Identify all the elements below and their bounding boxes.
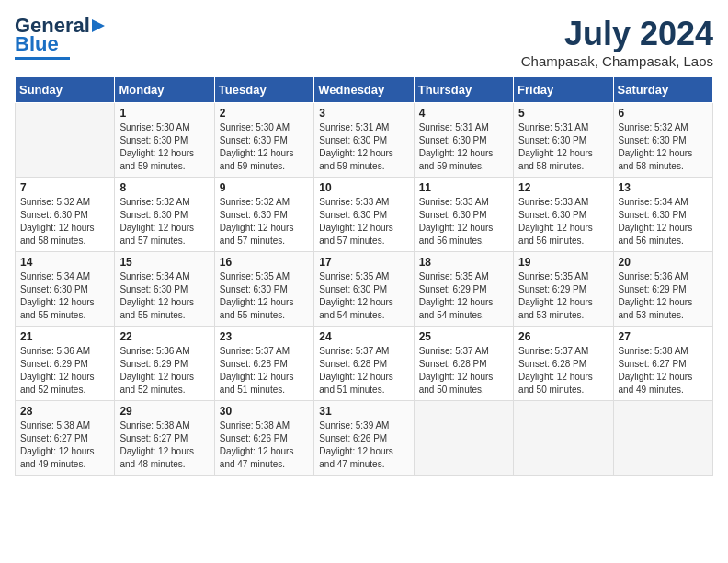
- logo-underline: [15, 57, 70, 60]
- calendar-cell: 17Sunrise: 5:35 AM Sunset: 6:30 PM Dayli…: [314, 252, 414, 327]
- day-number: 28: [20, 405, 109, 418]
- cell-info: Sunrise: 5:33 AM Sunset: 6:30 PM Dayligh…: [518, 196, 608, 247]
- calendar-week-row: 1Sunrise: 5:30 AM Sunset: 6:30 PM Daylig…: [16, 103, 713, 178]
- calendar-cell: 25Sunrise: 5:37 AM Sunset: 6:28 PM Dayli…: [414, 327, 513, 401]
- day-number: 13: [619, 181, 708, 194]
- day-number: 22: [119, 330, 209, 343]
- calendar-cell: 8Sunrise: 5:32 AM Sunset: 6:30 PM Daylig…: [115, 178, 214, 252]
- weekday-header-sunday: Sunday: [16, 77, 115, 103]
- calendar-cell: 4Sunrise: 5:31 AM Sunset: 6:30 PM Daylig…: [414, 103, 513, 178]
- day-number: 25: [419, 330, 508, 343]
- calendar-week-row: 28Sunrise: 5:38 AM Sunset: 6:27 PM Dayli…: [16, 401, 713, 476]
- day-number: 27: [619, 330, 708, 343]
- day-number: 26: [518, 330, 608, 343]
- day-number: 10: [319, 181, 408, 194]
- calendar-cell: 6Sunrise: 5:32 AM Sunset: 6:30 PM Daylig…: [613, 103, 712, 178]
- title-area: July 2024 Champasak, Champasak, Laos: [521, 15, 713, 69]
- weekday-header-thursday: Thursday: [414, 77, 513, 103]
- calendar-week-row: 7Sunrise: 5:32 AM Sunset: 6:30 PM Daylig…: [16, 178, 713, 252]
- day-number: 19: [518, 256, 608, 269]
- calendar-cell: 2Sunrise: 5:30 AM Sunset: 6:30 PM Daylig…: [214, 103, 313, 178]
- location-subtitle: Champasak, Champasak, Laos: [521, 53, 713, 69]
- calendar-cell: 29Sunrise: 5:38 AM Sunset: 6:27 PM Dayli…: [115, 401, 214, 476]
- cell-info: Sunrise: 5:32 AM Sunset: 6:30 PM Dayligh…: [619, 121, 708, 173]
- calendar-cell: 12Sunrise: 5:33 AM Sunset: 6:30 PM Dayli…: [514, 178, 613, 252]
- calendar-cell: 18Sunrise: 5:35 AM Sunset: 6:29 PM Dayli…: [414, 252, 513, 327]
- cell-info: Sunrise: 5:33 AM Sunset: 6:30 PM Dayligh…: [319, 196, 408, 247]
- weekday-header-saturday: Saturday: [613, 77, 712, 103]
- calendar-cell: 3Sunrise: 5:31 AM Sunset: 6:30 PM Daylig…: [314, 103, 414, 178]
- cell-info: Sunrise: 5:32 AM Sunset: 6:30 PM Dayligh…: [20, 196, 109, 247]
- cell-info: Sunrise: 5:33 AM Sunset: 6:30 PM Dayligh…: [419, 196, 508, 247]
- cell-info: Sunrise: 5:36 AM Sunset: 6:29 PM Dayligh…: [619, 270, 708, 322]
- calendar-body: 1Sunrise: 5:30 AM Sunset: 6:30 PM Daylig…: [16, 103, 713, 476]
- day-number: 11: [419, 181, 508, 194]
- day-number: 8: [119, 181, 209, 194]
- calendar-cell: 13Sunrise: 5:34 AM Sunset: 6:30 PM Dayli…: [613, 178, 712, 252]
- day-number: 24: [319, 330, 408, 343]
- cell-info: Sunrise: 5:38 AM Sunset: 6:27 PM Dayligh…: [119, 419, 209, 471]
- cell-info: Sunrise: 5:32 AM Sunset: 6:30 PM Dayligh…: [119, 196, 209, 247]
- day-number: 31: [319, 405, 408, 418]
- calendar-week-row: 14Sunrise: 5:34 AM Sunset: 6:30 PM Dayli…: [16, 252, 713, 327]
- weekday-header-tuesday: Tuesday: [214, 77, 313, 103]
- cell-info: Sunrise: 5:38 AM Sunset: 6:27 PM Dayligh…: [20, 419, 109, 471]
- cell-info: Sunrise: 5:30 AM Sunset: 6:30 PM Dayligh…: [220, 121, 309, 173]
- cell-info: Sunrise: 5:37 AM Sunset: 6:28 PM Dayligh…: [518, 345, 608, 396]
- day-number: 20: [619, 256, 708, 269]
- calendar-header-row: SundayMondayTuesdayWednesdayThursdayFrid…: [16, 77, 713, 103]
- weekday-header-friday: Friday: [514, 77, 613, 103]
- day-number: 14: [20, 256, 109, 269]
- cell-info: Sunrise: 5:36 AM Sunset: 6:29 PM Dayligh…: [20, 345, 109, 396]
- day-number: 16: [220, 256, 309, 269]
- day-number: 18: [419, 256, 508, 269]
- cell-info: Sunrise: 5:39 AM Sunset: 6:26 PM Dayligh…: [319, 419, 408, 471]
- calendar-cell: 15Sunrise: 5:34 AM Sunset: 6:30 PM Dayli…: [115, 252, 214, 327]
- calendar-cell: 16Sunrise: 5:35 AM Sunset: 6:30 PM Dayli…: [214, 252, 313, 327]
- cell-info: Sunrise: 5:34 AM Sunset: 6:30 PM Dayligh…: [119, 270, 209, 322]
- calendar-cell: 22Sunrise: 5:36 AM Sunset: 6:29 PM Dayli…: [115, 327, 214, 401]
- cell-info: Sunrise: 5:37 AM Sunset: 6:28 PM Dayligh…: [220, 345, 309, 396]
- cell-info: Sunrise: 5:38 AM Sunset: 6:26 PM Dayligh…: [220, 419, 309, 471]
- cell-info: Sunrise: 5:31 AM Sunset: 6:30 PM Dayligh…: [419, 121, 508, 173]
- svg-marker-0: [92, 19, 105, 32]
- calendar-cell: 20Sunrise: 5:36 AM Sunset: 6:29 PM Dayli…: [613, 252, 712, 327]
- calendar-cell: 9Sunrise: 5:32 AM Sunset: 6:30 PM Daylig…: [214, 178, 313, 252]
- day-number: 1: [119, 107, 209, 120]
- cell-info: Sunrise: 5:30 AM Sunset: 6:30 PM Dayligh…: [119, 121, 209, 173]
- cell-info: Sunrise: 5:31 AM Sunset: 6:30 PM Dayligh…: [319, 121, 408, 173]
- day-number: 6: [619, 107, 708, 120]
- calendar-cell: 11Sunrise: 5:33 AM Sunset: 6:30 PM Dayli…: [414, 178, 513, 252]
- day-number: 29: [119, 405, 209, 418]
- cell-info: Sunrise: 5:37 AM Sunset: 6:28 PM Dayligh…: [319, 345, 408, 396]
- cell-info: Sunrise: 5:34 AM Sunset: 6:30 PM Dayligh…: [20, 270, 109, 322]
- cell-info: Sunrise: 5:36 AM Sunset: 6:29 PM Dayligh…: [119, 345, 209, 396]
- cell-info: Sunrise: 5:32 AM Sunset: 6:30 PM Dayligh…: [220, 196, 309, 247]
- logo-blue-text: Blue: [15, 33, 59, 55]
- day-number: 15: [119, 256, 209, 269]
- cell-info: Sunrise: 5:38 AM Sunset: 6:27 PM Dayligh…: [619, 345, 708, 396]
- month-title: July 2024: [521, 15, 713, 53]
- calendar-cell: 5Sunrise: 5:31 AM Sunset: 6:30 PM Daylig…: [514, 103, 613, 178]
- weekday-header-monday: Monday: [115, 77, 214, 103]
- day-number: 2: [220, 107, 309, 120]
- logo: General Blue: [15, 15, 107, 60]
- calendar-cell: 28Sunrise: 5:38 AM Sunset: 6:27 PM Dayli…: [16, 401, 115, 476]
- calendar-cell: 23Sunrise: 5:37 AM Sunset: 6:28 PM Dayli…: [214, 327, 313, 401]
- day-number: 4: [419, 107, 508, 120]
- weekday-header-wednesday: Wednesday: [314, 77, 414, 103]
- cell-info: Sunrise: 5:35 AM Sunset: 6:30 PM Dayligh…: [220, 270, 309, 322]
- calendar-week-row: 21Sunrise: 5:36 AM Sunset: 6:29 PM Dayli…: [16, 327, 713, 401]
- calendar-cell: 10Sunrise: 5:33 AM Sunset: 6:30 PM Dayli…: [314, 178, 414, 252]
- calendar-cell: 21Sunrise: 5:36 AM Sunset: 6:29 PM Dayli…: [16, 327, 115, 401]
- calendar-cell: [514, 401, 613, 476]
- calendar-table: SundayMondayTuesdayWednesdayThursdayFrid…: [15, 76, 713, 476]
- calendar-cell: 30Sunrise: 5:38 AM Sunset: 6:26 PM Dayli…: [214, 401, 313, 476]
- calendar-cell: [16, 103, 115, 178]
- calendar-cell: 14Sunrise: 5:34 AM Sunset: 6:30 PM Dayli…: [16, 252, 115, 327]
- logo-arrow-icon: [90, 17, 107, 34]
- calendar-cell: 19Sunrise: 5:35 AM Sunset: 6:29 PM Dayli…: [514, 252, 613, 327]
- calendar-cell: 31Sunrise: 5:39 AM Sunset: 6:26 PM Dayli…: [314, 401, 414, 476]
- calendar-cell: [414, 401, 513, 476]
- cell-info: Sunrise: 5:34 AM Sunset: 6:30 PM Dayligh…: [619, 196, 708, 247]
